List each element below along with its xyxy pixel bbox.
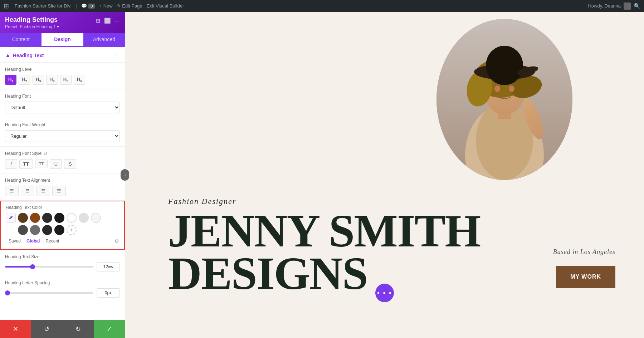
style-strikethrough-btn[interactable]: S (64, 159, 76, 169)
my-work-button[interactable]: My Work (556, 266, 615, 288)
heading-font-style-field: Heading Font Style ↺ I TT Tt U S (0, 147, 125, 173)
heading-level-field: Heading Level H1 H2 H3 H4 H5 H6 (0, 63, 125, 89)
sidebar-header: Heading Settings Preset: Fashion Heading… (0, 12, 125, 33)
heading-level-label: Heading Level (5, 67, 120, 72)
color-settings-icon[interactable]: ⚙ (114, 238, 119, 244)
color-tab-saved[interactable]: Saved (6, 238, 24, 244)
tab-advanced[interactable]: Advanced (83, 33, 125, 47)
resize-handle[interactable]: ↔ (121, 169, 129, 181)
exit-builder-button[interactable]: Exit Visual Builder (147, 3, 184, 9)
hero-image-circle (436, 19, 572, 180)
fashion-designer-text: Fashion Designer (168, 197, 480, 206)
align-center-btn[interactable]: ☰ (21, 186, 34, 196)
redo-button[interactable]: ↻ (63, 320, 94, 338)
heading-font-label: Heading Font (5, 94, 120, 99)
undo-button[interactable]: ↺ (31, 320, 62, 338)
top-bar: ⊞ Fashion Starter Site for Divi | 💬 0 + … (0, 0, 644, 12)
search-icon[interactable]: 🔍 (634, 3, 640, 9)
site-name-link[interactable]: Fashion Starter Site for Divi (15, 3, 72, 9)
align-right-btn[interactable]: ☰ (36, 186, 50, 196)
svg-point-11 (494, 85, 500, 92)
hero-name-line2: DESIGNS (168, 252, 480, 295)
section-title: ▲ Heading Text (5, 52, 44, 59)
heading-font-select[interactable]: Default (5, 102, 120, 113)
heading-level-h6[interactable]: H6 (74, 75, 85, 85)
align-left-btn[interactable]: ☰ (5, 186, 19, 196)
wordpress-icon[interactable]: ⊞ (4, 2, 9, 10)
style-italic-btn[interactable]: I (5, 159, 17, 169)
color-swatch-white[interactable] (67, 213, 77, 223)
align-justify-btn[interactable]: ☰ (52, 186, 66, 196)
heading-level-h4[interactable]: H4 (46, 75, 58, 85)
purple-bubble-button[interactable]: • • • (375, 284, 394, 302)
heading-font-weight-label: Heading Font Weight (5, 122, 120, 127)
hero-text-area: Fashion Designer JENNY SMITH DESIGNS (168, 197, 480, 295)
heading-font-field: Heading Font Default (0, 89, 125, 118)
new-button[interactable]: + New (99, 3, 112, 9)
alignment-buttons: ☰ ☰ ☰ ☰ (5, 186, 120, 196)
color-row-2: + (6, 225, 119, 235)
heading-font-weight-field: Heading Font Weight Regular (0, 118, 125, 147)
color-tab-global[interactable]: Global (24, 238, 43, 244)
comment-icon: 💬 (81, 3, 87, 9)
settings-sidebar: Heading Settings Preset: Fashion Heading… (0, 12, 125, 338)
color-swatch-brown-dark[interactable] (18, 213, 28, 223)
color-swatch-light-gray[interactable] (79, 213, 89, 223)
section-more-icon[interactable]: ⋮ (114, 52, 120, 59)
color-swatch-dark1[interactable] (42, 213, 52, 223)
heading-level-h5[interactable]: H5 (60, 75, 72, 85)
sidebar-settings-icon[interactable]: ⊞ (96, 18, 101, 24)
tab-design[interactable]: Design (42, 33, 83, 47)
heading-level-h1[interactable]: H1 (5, 75, 16, 85)
color-add-button[interactable]: + (67, 225, 77, 235)
heading-level-h2[interactable]: H2 (19, 75, 30, 85)
color-swatch-brown[interactable] (30, 213, 40, 223)
save-button[interactable]: ✓ (94, 320, 125, 338)
bubble-dots: • • • (377, 289, 392, 297)
based-in-text: Based in Los Angeles (553, 248, 615, 256)
color-swatch-gray2[interactable] (30, 225, 40, 235)
eyedropper-btn[interactable] (6, 213, 16, 223)
color-row-2-spacer (6, 225, 16, 235)
style-buttons: I TT Tt U S (5, 159, 120, 169)
user-avatar-placeholder (624, 3, 631, 10)
color-swatch-dark3[interactable] (42, 225, 52, 235)
heading-font-style-label-row: Heading Font Style ↺ (5, 151, 120, 156)
heading-text-alignment-label: Heading Text Alignment (5, 178, 120, 183)
comment-action[interactable]: 💬 0 (81, 3, 95, 9)
color-swatch-gray1[interactable] (18, 225, 28, 235)
sidebar-title: Heading Settings (5, 16, 59, 24)
style-underline-btn[interactable]: U (50, 159, 62, 169)
color-row-1 (6, 213, 119, 223)
color-swatch-lighter-gray[interactable] (91, 213, 101, 223)
cancel-button[interactable]: ✕ (0, 320, 31, 338)
hero-image-placeholder (436, 19, 572, 180)
heading-level-h3[interactable]: H3 (33, 75, 44, 85)
svg-point-12 (509, 85, 514, 92)
heading-text-color-field: Heading Text Color (0, 201, 125, 250)
sidebar-more-icon[interactable]: ⋯ (114, 18, 120, 24)
svg-point-9 (486, 46, 523, 85)
color-swatch-dark2[interactable] (54, 213, 64, 223)
color-swatch-dark4[interactable] (54, 225, 64, 235)
main-layout: Heading Settings Preset: Fashion Heading… (0, 12, 644, 338)
style-bold-btn[interactable]: TT (19, 159, 33, 169)
heading-text-size-value[interactable] (97, 262, 120, 271)
heading-text-size-slider[interactable] (5, 266, 93, 268)
howdy-text: Howdy, Deanna (588, 3, 621, 9)
color-tabs-row: Saved Global Recent ⚙ (6, 238, 119, 244)
tab-content[interactable]: Content (0, 33, 42, 47)
heading-level-buttons: H1 H2 H3 H4 H5 H6 (5, 75, 120, 85)
sidebar-expand-icon[interactable]: ⬜ (104, 18, 111, 24)
page-content: Fashion Designer JENNY SMITH DESIGNS Bas… (125, 12, 644, 338)
color-tab-recent[interactable]: Recent (43, 238, 62, 244)
divider-1: | (76, 3, 77, 9)
heading-font-weight-select[interactable]: Regular (5, 130, 120, 142)
hero-section: Fashion Designer JENNY SMITH DESIGNS Bas… (125, 12, 644, 338)
style-caps-btn[interactable]: Tt (35, 160, 48, 168)
preset-selector[interactable]: Preset: Fashion Heading 1 ▾ (5, 24, 59, 29)
heading-letter-spacing-value[interactable] (97, 288, 120, 298)
heading-font-style-reset[interactable]: ↺ (44, 151, 48, 156)
edit-page-button[interactable]: ✎ Edit Page (117, 3, 142, 9)
heading-letter-spacing-slider[interactable] (5, 292, 93, 294)
